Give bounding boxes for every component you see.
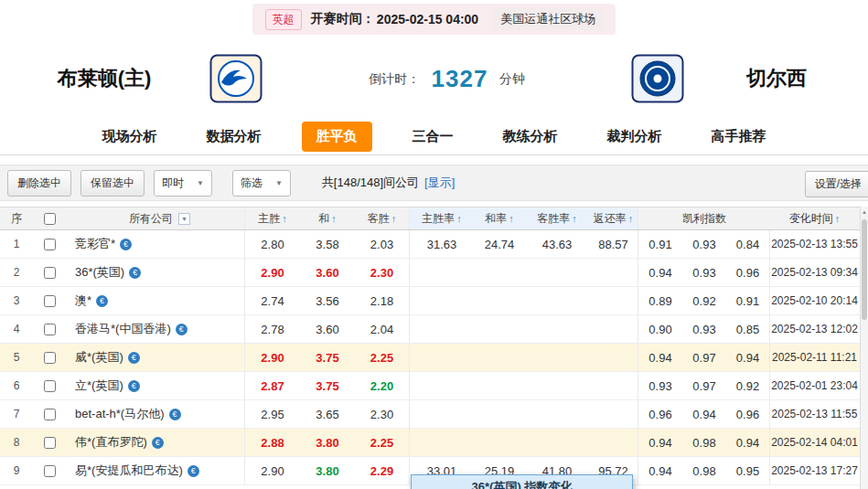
company-cell[interactable]: 立*(英国)€ [66, 372, 245, 399]
draw-odds-cell[interactable]: 3.75 [300, 344, 355, 371]
tab-live-analysis[interactable]: 现场分析 [93, 122, 166, 152]
instant-dropdown[interactable]: 即时 ▼ [154, 170, 212, 197]
draw-odds-cell[interactable]: 3.80 [300, 457, 355, 484]
row-checkbox-cell [33, 230, 66, 258]
change-time-cell: 2025-02-14 04:01 [770, 429, 859, 456]
scroll-up-icon[interactable]: ▲ [861, 207, 868, 218]
sort-asc-icon: ↑ [572, 213, 577, 224]
home-odds-cell[interactable]: 2.90 [245, 457, 300, 484]
draw-rate-cell: 24.74 [474, 230, 525, 258]
show-link[interactable]: [显示] [424, 175, 455, 191]
company-cell[interactable]: 易*(安提瓜和巴布达)€ [66, 457, 245, 484]
home-odds-cell[interactable]: 2.78 [245, 315, 300, 343]
col-header-change-time[interactable]: 变化时间 ↑ [770, 207, 859, 229]
col-header-away-rate[interactable]: 客胜率 ↑ [525, 207, 589, 229]
keep-selected-button[interactable]: 保留选中 [80, 170, 145, 197]
draw-odds-cell[interactable]: 3.56 [300, 287, 355, 314]
select-all-checkbox[interactable] [44, 213, 56, 225]
filter-dropdown[interactable]: 筛选 ▼ [232, 170, 291, 197]
tab-referee-analysis[interactable]: 裁判分析 [598, 122, 671, 152]
draw-odds-cell[interactable]: 3.80 [300, 429, 355, 456]
kelly-index-3: 0.96 [726, 400, 770, 428]
company-cell[interactable]: 香港马*(中国香港)€ [66, 315, 245, 343]
table-row[interactable]: 8伟*(直布罗陀)€2.883.802.250.940.980.942025-0… [0, 429, 868, 457]
away-odds-cell[interactable]: 2.20 [355, 372, 410, 399]
col-header-draw[interactable]: 和 ↑ [300, 207, 355, 229]
company-odds-icon[interactable]: € [188, 465, 199, 477]
away-odds-cell[interactable]: 2.30 [355, 259, 410, 286]
scrollbar-thumb[interactable] [862, 219, 867, 320]
company-cell[interactable]: bet-at-h*(马尔他)€ [66, 400, 245, 428]
tab-three-in-one[interactable]: 三合一 [403, 122, 463, 152]
return-rate-cell [589, 287, 638, 314]
col-header-draw-rate[interactable]: 和率 ↑ [474, 207, 525, 229]
row-checkbox[interactable] [44, 239, 56, 250]
away-odds-cell[interactable]: 2.25 [355, 429, 410, 456]
row-checkbox[interactable] [44, 267, 56, 279]
settings-select-button[interactable]: 设置/选择 [805, 171, 868, 197]
row-checkbox[interactable] [44, 324, 56, 335]
home-odds-cell[interactable]: 2.90 [245, 344, 300, 371]
home-odds-cell[interactable]: 2.88 [245, 429, 300, 456]
company-dropdown-icon[interactable]: ▼ [178, 213, 190, 225]
company-odds-icon[interactable]: € [152, 437, 164, 449]
company-cell[interactable]: 36*(英国)€ [66, 259, 245, 286]
row-checkbox[interactable] [44, 295, 56, 307]
row-checkbox[interactable] [44, 409, 56, 420]
company-odds-icon[interactable]: € [176, 324, 188, 335]
delete-selected-button[interactable]: 删除选中 [7, 170, 71, 197]
row-checkbox[interactable] [44, 437, 56, 449]
draw-odds-cell[interactable]: 3.75 [300, 372, 355, 399]
kelly-index-2: 0.94 [682, 400, 726, 428]
table-scrollbar[interactable]: ▲ [860, 207, 868, 489]
draw-odds-cell[interactable]: 3.65 [300, 400, 355, 428]
away-odds-cell[interactable]: 2.29 [355, 457, 410, 484]
draw-rate-cell [474, 259, 525, 286]
col-header-away[interactable]: 客胜 ↑ [355, 207, 410, 229]
away-odds-cell[interactable]: 2.03 [355, 230, 410, 258]
return-rate-cell [589, 259, 638, 286]
col-header-return-rate[interactable]: 返还率 ↑ [589, 207, 638, 229]
away-odds-cell[interactable]: 2.25 [355, 344, 410, 371]
table-row[interactable]: 4香港马*(中国香港)€2.783.602.040.900.930.852025… [0, 315, 868, 344]
col-header-company[interactable]: 所有公司 ▼ [66, 207, 245, 229]
company-cell[interactable]: 竞彩官*€ [66, 230, 245, 258]
home-odds-cell[interactable]: 2.80 [245, 230, 300, 258]
company-odds-icon[interactable]: € [129, 267, 141, 279]
company-odds-icon[interactable]: € [169, 409, 181, 420]
row-checkbox[interactable] [44, 465, 56, 477]
company-odds-icon[interactable]: € [120, 239, 132, 250]
home-odds-cell[interactable]: 2.87 [245, 372, 300, 399]
row-checkbox[interactable] [44, 352, 56, 364]
kelly-index-1: 0.96 [638, 400, 682, 428]
draw-odds-cell[interactable]: 3.60 [300, 259, 355, 286]
tab-win-draw-loss[interactable]: 胜平负 [302, 122, 372, 152]
table-row[interactable]: 236*(英国)€2.903.602.300.940.930.962025-02… [0, 259, 868, 287]
company-cell[interactable]: 伟*(直布罗陀)€ [66, 429, 245, 456]
table-row[interactable]: 5威*(英国)€2.903.752.250.940.970.942025-02-… [0, 344, 868, 372]
col-header-home-rate[interactable]: 主胜率 ↑ [410, 207, 474, 229]
col-header-home[interactable]: 主胜 ↑ [245, 207, 300, 229]
table-row[interactable]: 7bet-at-h*(马尔他)€2.953.652.300.960.940.96… [0, 400, 868, 429]
away-odds-cell[interactable]: 2.30 [355, 400, 410, 428]
table-row[interactable]: 6立*(英国)€2.873.752.200.930.970.922025-02-… [0, 372, 868, 400]
company-cell[interactable]: 澳*€ [66, 287, 245, 314]
company-odds-icon[interactable]: € [128, 380, 140, 392]
company-odds-icon[interactable]: € [96, 295, 108, 307]
away-odds-cell[interactable]: 2.04 [355, 315, 410, 343]
table-row[interactable]: 3澳*€2.743.562.180.890.920.912025-02-10 2… [0, 287, 868, 315]
company-cell[interactable]: 威*(英国)€ [66, 344, 245, 371]
odds-comparison-page: 英超 开赛时间： 2025-02-15 04:00 美国运通社区球场 布莱顿(主… [0, 0, 868, 489]
tab-coach-analysis[interactable]: 教练分析 [494, 122, 567, 152]
tab-expert-recommend[interactable]: 高手推荐 [702, 122, 776, 152]
company-odds-icon[interactable]: € [128, 352, 140, 364]
tab-data-analysis[interactable]: 数据分析 [198, 122, 271, 152]
home-odds-cell[interactable]: 2.90 [245, 259, 300, 286]
row-checkbox[interactable] [44, 380, 56, 392]
draw-odds-cell[interactable]: 3.60 [300, 315, 355, 343]
home-odds-cell[interactable]: 2.74 [245, 287, 300, 314]
away-odds-cell[interactable]: 2.18 [355, 287, 410, 314]
draw-odds-cell[interactable]: 3.58 [300, 230, 355, 258]
table-row[interactable]: 1竞彩官*€2.803.582.0331.6324.7443.6388.570.… [0, 230, 868, 259]
home-odds-cell[interactable]: 2.95 [245, 400, 300, 428]
